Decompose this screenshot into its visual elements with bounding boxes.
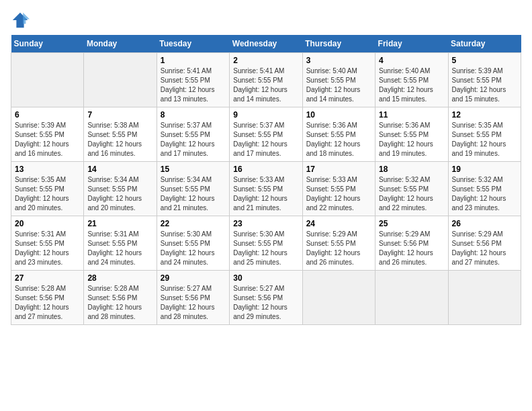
day-cell: 12Sunrise: 5:35 AM Sunset: 5:55 PM Dayli… [448,107,521,162]
day-number: 5 [452,56,517,65]
day-cell: 4Sunrise: 5:40 AM Sunset: 5:55 PM Daylig… [375,53,448,107]
weekday-header-sunday: Sunday [11,35,84,53]
day-cell: 30Sunrise: 5:27 AM Sunset: 5:56 PM Dayli… [230,271,302,325]
week-row-1: 1Sunrise: 5:41 AM Sunset: 5:55 PM Daylig… [11,53,521,107]
day-number: 27 [15,273,80,283]
day-info: Sunrise: 5:38 AM Sunset: 5:55 PM Dayligh… [87,121,152,158]
day-number: 19 [452,165,517,174]
day-number: 9 [233,110,298,120]
day-cell [302,271,375,325]
day-number: 21 [87,219,152,228]
week-row-3: 13Sunrise: 5:35 AM Sunset: 5:55 PM Dayli… [11,162,521,216]
day-number: 14 [87,165,152,174]
weekday-header-row: SundayMondayTuesdayWednesdayThursdayFrid… [11,35,521,53]
day-info: Sunrise: 5:35 AM Sunset: 5:55 PM Dayligh… [452,121,517,158]
weekday-header-wednesday: Wednesday [230,35,302,53]
day-cell: 18Sunrise: 5:32 AM Sunset: 5:55 PM Dayli… [375,162,448,216]
day-number: 10 [306,110,371,120]
day-number: 23 [233,219,298,228]
day-info: Sunrise: 5:28 AM Sunset: 5:56 PM Dayligh… [15,284,80,322]
day-number: 20 [15,219,80,228]
day-info: Sunrise: 5:34 AM Sunset: 5:55 PM Dayligh… [161,175,226,213]
day-number: 16 [233,165,298,174]
day-number: 29 [161,273,226,283]
day-cell: 13Sunrise: 5:35 AM Sunset: 5:55 PM Dayli… [11,162,84,216]
day-cell: 24Sunrise: 5:29 AM Sunset: 5:55 PM Dayli… [302,216,375,271]
day-cell: 3Sunrise: 5:40 AM Sunset: 5:55 PM Daylig… [302,53,375,107]
day-cell: 25Sunrise: 5:29 AM Sunset: 5:56 PM Dayli… [375,216,448,271]
day-info: Sunrise: 5:28 AM Sunset: 5:56 PM Dayligh… [87,284,152,322]
day-info: Sunrise: 5:34 AM Sunset: 5:55 PM Dayligh… [87,175,152,213]
day-cell: 11Sunrise: 5:36 AM Sunset: 5:55 PM Dayli… [375,107,448,162]
day-info: Sunrise: 5:36 AM Sunset: 5:55 PM Dayligh… [306,121,371,158]
day-cell: 26Sunrise: 5:29 AM Sunset: 5:56 PM Dayli… [448,216,521,271]
day-cell: 29Sunrise: 5:27 AM Sunset: 5:56 PM Dayli… [157,271,229,325]
day-number: 11 [379,110,444,120]
day-cell: 28Sunrise: 5:28 AM Sunset: 5:56 PM Dayli… [84,271,157,325]
day-number: 1 [161,56,226,65]
day-cell: 7Sunrise: 5:38 AM Sunset: 5:55 PM Daylig… [84,107,157,162]
day-cell: 17Sunrise: 5:33 AM Sunset: 5:55 PM Dayli… [302,162,375,216]
day-info: Sunrise: 5:39 AM Sunset: 5:55 PM Dayligh… [452,66,517,104]
day-cell: 15Sunrise: 5:34 AM Sunset: 5:55 PM Dayli… [157,162,229,216]
day-info: Sunrise: 5:36 AM Sunset: 5:55 PM Dayligh… [379,121,444,158]
day-cell: 22Sunrise: 5:30 AM Sunset: 5:55 PM Dayli… [157,216,229,271]
day-cell: 9Sunrise: 5:37 AM Sunset: 5:55 PM Daylig… [230,107,302,162]
day-number: 7 [87,110,152,120]
week-row-4: 20Sunrise: 5:31 AM Sunset: 5:55 PM Dayli… [11,216,521,271]
day-number: 6 [15,110,80,120]
day-info: Sunrise: 5:32 AM Sunset: 5:55 PM Dayligh… [379,175,444,213]
day-info: Sunrise: 5:31 AM Sunset: 5:55 PM Dayligh… [87,230,152,267]
day-cell: 10Sunrise: 5:36 AM Sunset: 5:55 PM Dayli… [302,107,375,162]
day-cell [375,271,448,325]
logo-icon [11,11,30,30]
day-number: 22 [161,219,226,228]
day-cell: 16Sunrise: 5:33 AM Sunset: 5:55 PM Dayli… [230,162,302,216]
day-cell: 6Sunrise: 5:39 AM Sunset: 5:55 PM Daylig… [11,107,84,162]
weekday-header-monday: Monday [84,35,157,53]
day-info: Sunrise: 5:37 AM Sunset: 5:55 PM Dayligh… [233,121,298,158]
day-number: 13 [15,165,80,174]
weekday-header-thursday: Thursday [302,35,375,53]
day-info: Sunrise: 5:29 AM Sunset: 5:56 PM Dayligh… [379,230,444,267]
day-info: Sunrise: 5:30 AM Sunset: 5:55 PM Dayligh… [233,230,298,267]
day-info: Sunrise: 5:27 AM Sunset: 5:56 PM Dayligh… [161,284,226,322]
day-number: 8 [161,110,226,120]
weekday-header-tuesday: Tuesday [157,35,229,53]
day-cell [84,53,157,107]
day-info: Sunrise: 5:27 AM Sunset: 5:56 PM Dayligh… [233,284,298,322]
svg-marker-1 [23,13,30,24]
day-number: 18 [379,165,444,174]
day-number: 3 [306,56,371,65]
day-info: Sunrise: 5:32 AM Sunset: 5:55 PM Dayligh… [452,175,517,213]
day-info: Sunrise: 5:30 AM Sunset: 5:55 PM Dayligh… [161,230,226,267]
day-cell: 27Sunrise: 5:28 AM Sunset: 5:56 PM Dayli… [11,271,84,325]
day-info: Sunrise: 5:39 AM Sunset: 5:55 PM Dayligh… [15,121,80,158]
day-number: 25 [379,219,444,228]
week-row-5: 27Sunrise: 5:28 AM Sunset: 5:56 PM Dayli… [11,271,521,325]
day-info: Sunrise: 5:33 AM Sunset: 5:55 PM Dayligh… [233,175,298,213]
day-info: Sunrise: 5:29 AM Sunset: 5:56 PM Dayligh… [452,230,517,267]
day-info: Sunrise: 5:35 AM Sunset: 5:55 PM Dayligh… [15,175,80,213]
day-cell [11,53,84,107]
day-info: Sunrise: 5:33 AM Sunset: 5:55 PM Dayligh… [306,175,371,213]
day-number: 12 [452,110,517,120]
day-number: 4 [379,56,444,65]
logo [11,11,32,30]
day-info: Sunrise: 5:40 AM Sunset: 5:55 PM Dayligh… [306,66,371,104]
day-number: 26 [452,219,517,228]
day-cell: 23Sunrise: 5:30 AM Sunset: 5:55 PM Dayli… [230,216,302,271]
day-cell [448,271,521,325]
day-cell: 8Sunrise: 5:37 AM Sunset: 5:55 PM Daylig… [157,107,229,162]
day-number: 2 [233,56,298,65]
day-cell: 19Sunrise: 5:32 AM Sunset: 5:55 PM Dayli… [448,162,521,216]
day-info: Sunrise: 5:40 AM Sunset: 5:55 PM Dayligh… [379,66,444,104]
day-cell: 21Sunrise: 5:31 AM Sunset: 5:55 PM Dayli… [84,216,157,271]
page-header [11,11,521,30]
day-cell: 20Sunrise: 5:31 AM Sunset: 5:55 PM Dayli… [11,216,84,271]
day-number: 17 [306,165,371,174]
weekday-header-saturday: Saturday [448,35,521,53]
day-info: Sunrise: 5:29 AM Sunset: 5:55 PM Dayligh… [306,230,371,267]
day-number: 24 [306,219,371,228]
day-cell: 5Sunrise: 5:39 AM Sunset: 5:55 PM Daylig… [448,53,521,107]
